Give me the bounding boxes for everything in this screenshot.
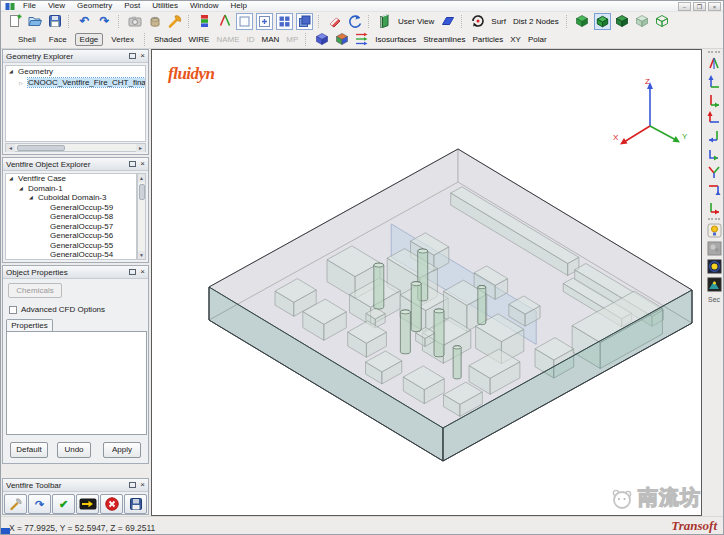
zoom-window-icon[interactable]: [256, 13, 273, 30]
menu-window[interactable]: Window: [184, 1, 224, 11]
mode-shell-button[interactable]: Shell: [13, 33, 41, 46]
cube-shaded-edges-icon[interactable]: [594, 13, 611, 30]
expander-icon[interactable]: ◢: [9, 174, 18, 184]
expander-icon[interactable]: ▷: [19, 78, 28, 89]
fit-grid-icon[interactable]: [276, 13, 293, 30]
blast-render-icon[interactable]: [706, 258, 723, 275]
axis-triad-icon[interactable]: [216, 13, 233, 30]
cascade-windows-icon[interactable]: [296, 13, 313, 30]
cube-pale-wire-icon[interactable]: [634, 13, 651, 30]
isosurfaces-button[interactable]: Isosurfaces: [373, 35, 418, 44]
tree-node-occupancy[interactable]: GeneralOccup-56: [6, 231, 136, 241]
tree-node-geometry[interactable]: ◢Geometry: [6, 66, 145, 77]
menu-post[interactable]: Post: [118, 1, 146, 11]
box-select-icon[interactable]: [236, 13, 253, 30]
mode-edge-button[interactable]: Edge: [75, 33, 104, 46]
wrench-icon[interactable]: [166, 13, 183, 30]
scroll-up-arrow[interactable]: ▲: [138, 174, 145, 182]
view-top-icon[interactable]: [706, 145, 723, 162]
redo-icon[interactable]: ↷: [96, 13, 113, 30]
ventfire-run-button[interactable]: [76, 494, 99, 514]
view-side-icon[interactable]: [706, 199, 723, 216]
cube-blue-icon[interactable]: [313, 31, 330, 48]
render-shaded-button[interactable]: Shaded: [152, 35, 184, 44]
toolbar-grip[interactable]: [708, 51, 720, 53]
view-iso-icon[interactable]: [706, 55, 723, 72]
float-panel-icon[interactable]: [129, 482, 136, 488]
ventfire-check-button[interactable]: ✔: [52, 494, 75, 514]
mode-vertex-button[interactable]: Vertex: [106, 33, 139, 46]
close-panel-icon[interactable]: ×: [140, 269, 145, 275]
save-icon[interactable]: [46, 13, 63, 30]
cube-multicolor-icon[interactable]: [333, 31, 350, 48]
camera-icon[interactable]: [126, 13, 143, 30]
render-man-button[interactable]: MAN: [260, 35, 282, 44]
menu-geometry[interactable]: Geometry: [71, 1, 118, 11]
viewport-3d[interactable]: X Y Z fluidyn: [151, 49, 702, 516]
menu-file[interactable]: File: [17, 1, 42, 11]
cube-dark-icon[interactable]: [614, 13, 631, 30]
expander-icon[interactable]: ◢: [9, 66, 18, 77]
view-front-icon[interactable]: [706, 73, 723, 90]
close-panel-icon[interactable]: ×: [140, 53, 145, 59]
polar-plot-button[interactable]: Polar: [526, 35, 549, 44]
tree-node-case[interactable]: ◢Ventfire Case: [6, 174, 136, 184]
restore-button[interactable]: ❐: [693, 2, 706, 11]
menu-view[interactable]: View: [42, 1, 71, 11]
ventfire-redo-button[interactable]: ↷: [28, 494, 51, 514]
undo-button[interactable]: Undo: [57, 442, 91, 458]
streamlines-button[interactable]: Streamlines: [421, 35, 467, 44]
view-plane-icon[interactable]: [439, 13, 456, 30]
scroll-left-arrow[interactable]: ◄: [6, 144, 15, 152]
particles-button[interactable]: Particles: [471, 35, 506, 44]
tree-node-occupancy[interactable]: GeneralOccup-57: [6, 222, 136, 232]
minimize-button[interactable]: –: [678, 2, 691, 11]
scroll-right-arrow[interactable]: ►: [136, 144, 145, 152]
tree-node-file[interactable]: ▷CNOOC_Ventfire_Fire_CHT_final_280416_: [6, 77, 145, 88]
tree-node-occupancy[interactable]: GeneralOccup-59: [6, 203, 136, 213]
advanced-cfd-checkbox[interactable]: [9, 306, 17, 314]
user-view-label[interactable]: User View: [396, 17, 436, 26]
scrollbar-thumb[interactable]: [17, 145, 65, 151]
ventfire-save-button[interactable]: [124, 494, 147, 514]
mode-face-button[interactable]: Face: [44, 33, 72, 46]
default-button[interactable]: Default: [10, 442, 48, 458]
view-axes-y-icon[interactable]: [706, 163, 723, 180]
close-panel-icon[interactable]: ×: [140, 161, 145, 167]
paint-pot-icon[interactable]: [146, 13, 163, 30]
clip-section-icon[interactable]: [376, 13, 393, 30]
ventfire-stop-button[interactable]: [100, 494, 123, 514]
surf-label[interactable]: Surf: [489, 17, 508, 26]
scroll-down-arrow[interactable]: ▼: [138, 251, 145, 259]
streamlines-arrows-icon[interactable]: [353, 31, 370, 48]
menu-utilities[interactable]: Utilities: [146, 1, 184, 11]
new-file-icon[interactable]: [6, 13, 23, 30]
spin-view-icon[interactable]: [469, 13, 486, 30]
open-folder-icon[interactable]: [26, 13, 43, 30]
tree-node-occupancy[interactable]: GeneralOccup-58: [6, 212, 136, 222]
rotate-view-icon[interactable]: [346, 13, 363, 30]
colorbar-icon[interactable]: [196, 13, 213, 30]
apply-button[interactable]: Apply: [103, 442, 141, 458]
close-panel-icon[interactable]: ×: [140, 482, 145, 488]
tree-node-domain[interactable]: ◢Domain-1: [6, 184, 136, 194]
xy-plot-button[interactable]: XY: [508, 35, 523, 44]
float-panel-icon[interactable]: [129, 53, 136, 59]
expander-icon[interactable]: ◢: [29, 193, 38, 203]
eraser-icon[interactable]: [326, 13, 343, 30]
float-panel-icon[interactable]: [129, 161, 136, 167]
vertical-scrollbar[interactable]: ▲ ▼: [137, 173, 146, 260]
toolbar-grip[interactable]: [708, 218, 720, 220]
menu-help[interactable]: Help: [224, 1, 252, 11]
smoke-render-icon[interactable]: [706, 240, 723, 257]
light-render-icon[interactable]: [706, 222, 723, 239]
tree-node-cuboid[interactable]: ◢Cuboidal Domain-3: [6, 193, 136, 203]
close-button[interactable]: ×: [708, 2, 721, 11]
float-panel-icon[interactable]: [129, 269, 136, 275]
expander-icon[interactable]: ◢: [19, 184, 28, 194]
cube-outline-icon[interactable]: [654, 13, 671, 30]
horizontal-scrollbar[interactable]: ◄ ►: [5, 143, 146, 152]
ventfire-wrench-button[interactable]: [4, 494, 27, 514]
render-wire-button[interactable]: WIRE: [187, 35, 212, 44]
scrollbar-thumb[interactable]: [139, 184, 145, 200]
